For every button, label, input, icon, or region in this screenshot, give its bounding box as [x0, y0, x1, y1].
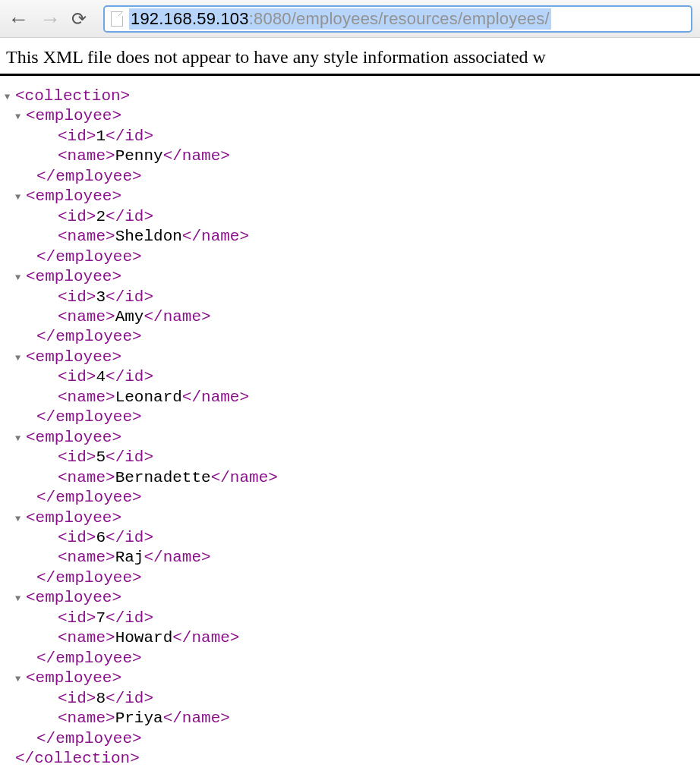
- employee-close: </employee>: [5, 729, 700, 749]
- id-value: 1: [96, 127, 106, 145]
- name-node: <name>Amy</name>: [5, 307, 700, 327]
- id-value: 7: [96, 609, 106, 627]
- id-node: <id>5</id>: [5, 448, 700, 467]
- name-value: Amy: [115, 308, 144, 326]
- triangle-icon[interactable]: ▼: [15, 514, 26, 525]
- id-value: 2: [96, 208, 106, 225]
- name-value: Bernadette: [115, 469, 211, 486]
- employee-node: ▼<employee>: [5, 428, 700, 448]
- employee-close: </employee>: [5, 407, 700, 427]
- id-value: 8: [96, 690, 106, 707]
- id-node: <id>8</id>: [5, 689, 700, 709]
- triangle-icon[interactable]: ▼: [15, 353, 26, 364]
- id-node: <id>3</id>: [5, 288, 700, 307]
- employee-close: </employee>: [5, 167, 700, 187]
- name-value: Leonard: [115, 388, 182, 406]
- employee-node: ▼<employee>: [5, 187, 700, 206]
- id-value: 6: [96, 529, 106, 546]
- address-bar[interactable]: 192.168.59.103:8080/employees/resources/…: [103, 5, 692, 33]
- name-node: <name>Leonard</name>: [5, 388, 700, 407]
- employee-close: </employee>: [5, 327, 700, 347]
- employee-node: ▼<employee>: [5, 106, 700, 126]
- employee-node: ▼<employee>: [5, 508, 700, 528]
- name-node: <name>Sheldon</name>: [5, 227, 700, 247]
- url-host: 192.168.59.103: [131, 9, 249, 28]
- url-path: :8080/employees/resources/employees/: [249, 9, 550, 28]
- name-value: Penny: [115, 147, 163, 165]
- triangle-icon[interactable]: ▼: [15, 593, 26, 605]
- id-value: 4: [96, 368, 106, 385]
- forward-button[interactable]: →: [39, 8, 61, 30]
- employee-close: </employee>: [5, 649, 700, 668]
- divider: [0, 74, 700, 76]
- name-node: <name>Priya</name>: [5, 709, 700, 728]
- name-node: <name>Penny</name>: [5, 146, 700, 166]
- url-text: 192.168.59.103:8080/employees/resources/…: [129, 8, 551, 30]
- employee-close: </employee>: [5, 568, 700, 588]
- employee-node: ▼<employee>: [5, 267, 700, 287]
- name-node: <name>Howard</name>: [5, 628, 700, 648]
- browser-toolbar: ← → ⟳ 192.168.59.103:8080/employees/reso…: [0, 0, 700, 38]
- employee-close: </employee>: [5, 247, 700, 267]
- name-value: Raj: [115, 549, 144, 566]
- id-value: 5: [96, 448, 106, 466]
- collection-close: </collection>: [5, 749, 700, 769]
- triangle-icon[interactable]: ▼: [15, 192, 26, 203]
- employee-node: ▼<employee>: [5, 588, 700, 608]
- page-icon: [111, 11, 123, 27]
- id-node: <id>1</id>: [5, 127, 700, 146]
- name-node: <name>Raj</name>: [5, 548, 700, 568]
- triangle-icon[interactable]: ▼: [15, 272, 26, 284]
- triangle-icon[interactable]: ▼: [15, 674, 26, 685]
- id-node: <id>7</id>: [5, 609, 700, 628]
- employee-node: ▼<employee>: [5, 348, 700, 367]
- employee-node: ▼<employee>: [5, 668, 700, 688]
- triangle-icon[interactable]: ▼: [5, 92, 15, 103]
- id-value: 3: [96, 288, 106, 306]
- xml-tree: ▼<collection>▼<employee><id>1</id><name>…: [0, 87, 700, 769]
- id-node: <id>6</id>: [5, 528, 700, 548]
- id-node: <id>2</id>: [5, 207, 700, 227]
- xml-style-warning: This XML file does not appear to have an…: [0, 38, 700, 74]
- name-node: <name>Bernadette</name>: [5, 468, 700, 488]
- name-value: Priya: [115, 709, 163, 727]
- employee-close: </employee>: [5, 488, 700, 508]
- reload-button[interactable]: ⟳: [71, 10, 87, 28]
- triangle-icon[interactable]: ▼: [15, 112, 26, 123]
- id-node: <id>4</id>: [5, 367, 700, 387]
- name-value: Howard: [115, 629, 173, 646]
- back-button[interactable]: ←: [8, 8, 29, 30]
- triangle-icon[interactable]: ▼: [15, 433, 26, 445]
- name-value: Sheldon: [115, 228, 182, 245]
